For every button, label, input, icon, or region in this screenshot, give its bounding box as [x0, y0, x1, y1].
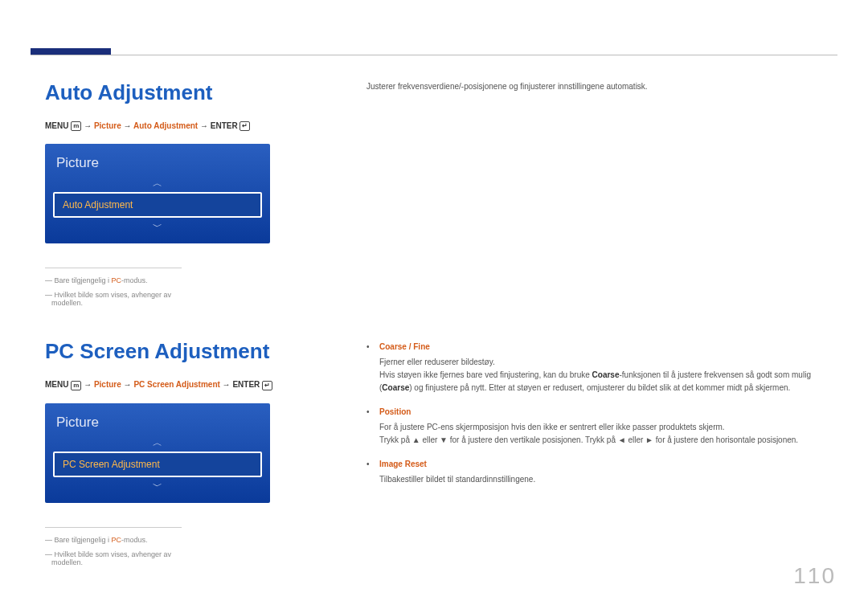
footnote-2: ― Hvilket bilde som vises, avhenger av m… — [45, 291, 182, 307]
path-picture: Picture — [94, 380, 121, 389]
path-menu-label: MENU — [45, 121, 71, 130]
page-content: Auto Adjustment MENU m → Picture → Auto … — [0, 0, 868, 613]
section2-heading: PC Screen Adjustment — [45, 339, 318, 364]
path-arrow: → — [81, 121, 94, 130]
bullet-title: Position — [379, 406, 837, 419]
path-arrow: → — [220, 380, 233, 389]
footnote-1: ― Bare tilgjengelig i PC-modus. — [45, 276, 182, 284]
enter-icon: ↵ — [262, 381, 272, 390]
osd-menu-title: Picture — [45, 411, 270, 437]
menu-icon: m — [71, 381, 81, 390]
body-text: Fjerner eller reduserer bildestøy. Hvis … — [379, 358, 592, 379]
left-column: Auto Adjustment MENU m → Picture → Auto … — [45, 80, 318, 599]
path-pc-screen-adjustment: PC Screen Adjustment — [133, 380, 219, 389]
footnote-highlight: PC — [112, 536, 122, 544]
bullet-image-reset: Image Reset Tilbakestiller bildet til st… — [366, 458, 837, 486]
chevron-up-icon[interactable]: ︿ — [45, 178, 270, 189]
bullet-body: Tilbakestiller bildet til standardinnsti… — [379, 475, 535, 484]
footnote-text: ― Bare tilgjengelig i — [45, 276, 112, 284]
footnote-text: -modus. — [121, 536, 148, 544]
menu-icon: m — [71, 121, 81, 131]
path-enter-label: ENTER — [211, 121, 240, 130]
path-arrow: → — [121, 380, 134, 389]
osd-menu-panel-1: Picture ︿ Auto Adjustment ﹀ — [45, 144, 270, 243]
path-arrow: → — [121, 121, 133, 130]
section1-heading: Auto Adjustment — [45, 80, 318, 105]
right-column: Justerer frekvensverdiene/-posisjonene o… — [366, 80, 837, 599]
path-arrow: → — [81, 380, 94, 389]
section1-description: Justerer frekvensverdiene/-posisjonene o… — [366, 80, 837, 93]
chevron-down-icon[interactable]: ﹀ — [45, 480, 270, 492]
osd-menu-panel-2: Picture ︿ PC Screen Adjustment ﹀ — [45, 403, 270, 503]
page-number: 110 — [793, 563, 836, 589]
section1-path: MENU m → Picture → Auto Adjustment → ENT… — [45, 121, 318, 131]
body-text: ) og finjustere på nytt. Etter at støyen… — [409, 383, 790, 392]
path-picture: Picture — [94, 121, 121, 130]
path-enter-label: ENTER — [232, 380, 262, 389]
osd-menu-title: Picture — [45, 152, 270, 178]
section1-footnotes: ― Bare tilgjengelig i PC-modus. ― Hvilke… — [45, 268, 182, 307]
section2-path: MENU m → Picture → PC Screen Adjustment … — [45, 380, 318, 390]
path-menu-label: MENU — [45, 380, 71, 389]
bullet-position: Position For å justere PC-ens skjermposi… — [366, 406, 837, 447]
footnote-2: ― Hvilket bilde som vises, avhenger av m… — [45, 550, 182, 566]
section2-footnotes: ― Bare tilgjengelig i PC-modus. ― Hvilke… — [45, 527, 182, 566]
chevron-down-icon[interactable]: ﹀ — [45, 221, 270, 232]
path-auto-adjustment: Auto Adjustment — [133, 121, 198, 130]
bullet-title: Coarse / Fine — [379, 341, 837, 353]
bullet-body: Fjerner eller reduserer bildestøy. Hvis … — [379, 358, 811, 392]
bullet-body: For å justere PC-ens skjermposisjon hvis… — [379, 423, 798, 444]
footnote-text: ― Bare tilgjengelig i — [45, 536, 112, 544]
chevron-up-icon[interactable]: ︿ — [45, 437, 270, 448]
bold-term: Coarse — [592, 370, 620, 379]
osd-menu-item-pc-screen-adjustment[interactable]: PC Screen Adjustment — [53, 452, 262, 477]
footnote-1: ― Bare tilgjengelig i PC-modus. — [45, 536, 182, 544]
bullet-title: Image Reset — [379, 458, 837, 471]
enter-icon: ↵ — [240, 121, 250, 131]
section2-bullet-list: Coarse / Fine Fjerner eller reduserer bi… — [366, 341, 837, 486]
osd-menu-item-auto-adjustment[interactable]: Auto Adjustment — [53, 192, 262, 218]
bold-term: Coarse — [382, 383, 409, 392]
footnote-highlight: PC — [112, 276, 122, 284]
bullet-coarse-fine: Coarse / Fine Fjerner eller reduserer bi… — [366, 341, 837, 394]
header-rule — [31, 55, 837, 55]
footnote-text: -modus. — [121, 276, 148, 284]
header-accent-bar — [31, 48, 111, 55]
path-arrow: → — [198, 121, 211, 130]
